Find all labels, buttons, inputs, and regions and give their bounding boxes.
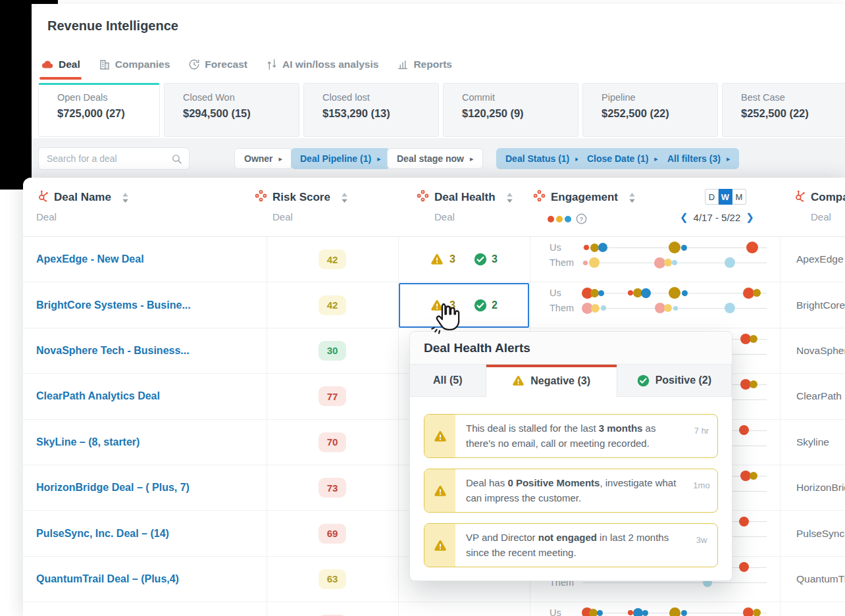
- engagement-cell[interactable]: Us Them: [530, 602, 780, 616]
- column-label: Risk Score: [272, 191, 330, 204]
- deal-name-link[interactable]: SkyLine – (8, starter): [36, 420, 140, 465]
- date-range-label: 4/17 - 5/22: [694, 212, 741, 223]
- engagement-dot: [655, 303, 665, 313]
- chevron-left-icon[interactable]: ❮: [680, 211, 688, 223]
- summary-card-pipeline[interactable]: Pipeline$252,500 (22): [582, 83, 718, 137]
- risk-score-cell: 30: [309, 328, 355, 373]
- sort-icon[interactable]: [122, 192, 129, 203]
- hubspot-sprocket-icon: [36, 190, 49, 205]
- tab-deal[interactable]: Deal: [41, 55, 80, 74]
- legend-dot: [556, 216, 563, 222]
- card-value: $252,500 (22): [602, 107, 717, 120]
- popup-tab-all-5-[interactable]: All (5): [410, 365, 486, 397]
- chip-label: Deal Pipeline (1): [300, 153, 371, 164]
- engagement-them-line: [582, 582, 767, 583]
- tab-label: Companies: [115, 59, 170, 70]
- warning-icon: [430, 253, 444, 266]
- summary-card-open-deals[interactable]: Open Deals$725,000 (27): [38, 83, 160, 137]
- engagement-dot: [669, 287, 680, 299]
- sort-icon[interactable]: [628, 192, 636, 203]
- deal-health-cell[interactable]: [398, 602, 530, 616]
- engagement-dot: [740, 379, 751, 390]
- popup-tab-label: All (5): [433, 374, 462, 386]
- chip-label: Close Date (1): [587, 153, 648, 164]
- tab-forecast[interactable]: Forecast: [188, 56, 247, 73]
- engagement-dot: [664, 304, 672, 312]
- warning-icon: [434, 539, 447, 552]
- risk-score-cell: [309, 602, 355, 616]
- search-input[interactable]: Search for a deal: [38, 147, 190, 170]
- column-label: Company: [811, 191, 845, 204]
- period-option-w[interactable]: W: [719, 189, 732, 205]
- deal-name-link[interactable]: ClearPath Analytics Deal: [36, 374, 160, 419]
- column-header-deal-health[interactable]: Deal Health Deal: [417, 190, 513, 222]
- deal-name-link[interactable]: ApexEdge - New Deal: [36, 237, 144, 282]
- filter-chip-deal-status-1-[interactable]: Deal Status (1)▸: [496, 148, 588, 169]
- company-cell: QuantumTrail: [796, 557, 845, 602]
- summary-card-commit[interactable]: Commit$120,250 (9): [443, 83, 578, 137]
- engagement-dot: [750, 380, 757, 388]
- positive-count: 3: [492, 253, 498, 265]
- card-label: Closed Won: [183, 92, 299, 103]
- deal-health-alerts-popup: Deal Health Alerts All (5)Negative (3)Po…: [409, 331, 732, 581]
- engagement-dot: [740, 471, 751, 481]
- column-header-risk-score[interactable]: Risk Score Deal: [255, 190, 348, 222]
- engagement-us-label: Us: [550, 242, 561, 253]
- risk-score-cell: 63: [309, 557, 355, 602]
- sort-icon[interactable]: [341, 192, 348, 203]
- risk-score-cell: 42: [309, 282, 355, 327]
- filter-chip-deal-stage-now[interactable]: Deal stage now▸: [387, 148, 483, 169]
- engagement-cell[interactable]: Us Them: [530, 237, 780, 282]
- filter-chip-owner[interactable]: Owner▸: [234, 148, 292, 169]
- summary-card-best-case[interactable]: Best Case$252,500 (22): [722, 83, 845, 137]
- summary-card-closed-lost[interactable]: Closed lost$153,290 (13): [303, 83, 439, 137]
- deal-name-link[interactable]: BrightCore Systems - Busine...: [36, 282, 191, 327]
- engagement-dot: [590, 244, 599, 252]
- engagement-dot: [743, 607, 754, 616]
- chevron-right-icon[interactable]: ❯: [746, 211, 754, 223]
- popup-tab-negative-3-[interactable]: Negative (3): [486, 365, 617, 397]
- deal-health-cell[interactable]: 3 3: [398, 237, 530, 282]
- tab-ai-win-loss-analysis[interactable]: AI win/loss analysis: [266, 56, 378, 73]
- engagement-cell[interactable]: Us Them: [530, 282, 780, 327]
- deal-table-card: Deal Name Deal Risk Score Deal Deal Heal…: [23, 178, 845, 616]
- column-divider: [267, 178, 267, 616]
- forecast-icon: [188, 59, 200, 70]
- alert-text: This deal is stalled for the last 3 mont…: [455, 415, 686, 457]
- engagement-dot: [681, 245, 687, 251]
- tab-label: Deal: [59, 59, 80, 70]
- period-option-d[interactable]: D: [705, 189, 719, 205]
- column-sub-label: Deal: [36, 211, 129, 222]
- filter-chip-all-filters-3-[interactable]: All filters (3)▸: [658, 148, 739, 169]
- company-cell: BrightCore: [796, 282, 845, 327]
- tab-reports[interactable]: Reports: [397, 56, 452, 73]
- engagement-dot: [641, 288, 651, 298]
- engagement-dot: [583, 261, 588, 265]
- period-option-m[interactable]: M: [732, 189, 746, 205]
- deal-name-link[interactable]: HorizonBridge Deal – ( Plus, 7): [36, 465, 190, 510]
- filter-chip-close-date-1-[interactable]: Close Date (1)▸: [578, 148, 667, 169]
- period-toggle[interactable]: DWM: [705, 189, 746, 205]
- filter-chip-deal-pipeline-1-[interactable]: Deal Pipeline (1)▸: [291, 148, 390, 169]
- column-header-deal-name[interactable]: Deal Name Deal: [36, 190, 129, 222]
- risk-score-cell: 73: [309, 465, 355, 510]
- deal-name-link[interactable]: NovaSphere Tech - Business...: [36, 328, 190, 373]
- popup-tab-positive-2-[interactable]: Positive (2): [617, 365, 732, 397]
- engagement-dot: [669, 607, 680, 616]
- sort-icon[interactable]: [506, 192, 513, 203]
- engagement-legend: ?: [548, 213, 587, 224]
- deal-name-link[interactable]: PulseSync, Inc. Deal – (14): [36, 511, 169, 555]
- summary-card-closed-won[interactable]: Closed Won$294,500 (15): [164, 83, 299, 137]
- column-header-company[interactable]: Company Deal: [793, 190, 845, 222]
- alert-stripe: [424, 415, 455, 457]
- popup-title: Deal Health Alerts: [424, 341, 530, 355]
- engagement-dot: [743, 288, 754, 299]
- deal-name-link[interactable]: QuantumTrail Deal – (Plus,4): [36, 557, 179, 602]
- risk-score-badge: 73: [319, 478, 346, 498]
- engagement-dot: [750, 472, 757, 480]
- help-icon[interactable]: ?: [576, 213, 587, 224]
- tab-companies[interactable]: Companies: [99, 56, 170, 73]
- popup-tab-label: Positive (2): [655, 374, 711, 386]
- cross-icon: [255, 190, 267, 205]
- column-header-engagement[interactable]: Engagement: [533, 190, 636, 205]
